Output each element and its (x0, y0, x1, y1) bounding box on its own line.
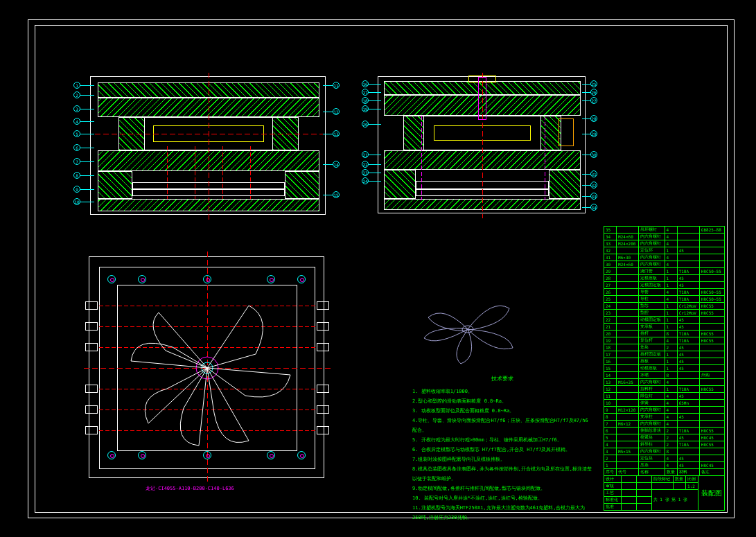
callout-r5: 15 (333, 191, 340, 198)
note-4: 4.导柱、导套、滑块导向面按滑配合H7/f6；压块、压条按滑配合H7/f7及H7… (412, 416, 592, 435)
note-8: 8.模具总装图模具备注表图样,并为各件按部件别,开合模方向及所在位置,标注清楚以… (412, 464, 592, 484)
bom-h3: 名称 (639, 469, 665, 476)
note-2: 2.型心和型腔的滑动表面粗糙度 0.8~Ra。 (412, 396, 592, 406)
callout-3: 3 (73, 105, 80, 112)
callout-2: 2 (73, 91, 80, 98)
note-5: 5. 开模行程为最大时行程>80mm；导柱、镶件采用机械加工H7/f6。 (412, 435, 592, 445)
bom-row: 15动模座板145 (604, 365, 725, 372)
bom-row: 24型芯1Cr12MoVHRC55 (604, 303, 725, 310)
bom-row: 2定位块445 (604, 455, 725, 462)
note-11: 11.注塑机型号为海天HTF250X1,允许最大注塑克数为461克塑料,合模力最… (412, 503, 592, 522)
tb-tech: 工艺 (604, 490, 622, 497)
tb-design: 设计 (604, 476, 622, 483)
callout-8: 8 (73, 172, 80, 179)
callout-trr2: 26 (590, 89, 597, 96)
note-1: 1. 塑料收缩率取1/1000。 (412, 387, 592, 396)
bom-row: 6侧抽芯滑块2T10AHRC55 (604, 428, 725, 434)
callout-tr2: 17 (362, 89, 369, 96)
bom-row: 13M16×35内六角螺钉4 (604, 379, 725, 386)
callout-10: 10 (73, 198, 80, 205)
bom-row: 18垫块245 (604, 344, 725, 351)
product-iso-view (416, 291, 520, 367)
bom-row: 19复位杆4T10AHRC55 (604, 337, 725, 344)
bom-row: 16推板145 (604, 358, 725, 365)
bom-row: 4斜导柱2T10AHRC55 (604, 441, 725, 448)
bom-row: 3M5×15内六角螺钉8 (604, 448, 725, 455)
tb-stage: 阶段标记 (651, 476, 673, 483)
callout-r3: 13 (333, 130, 340, 137)
title-box: 设计 阶段标记 数量 比例 装配图 审核 1:2 工艺 共 1 张 第 1 张 … (604, 475, 725, 511)
bom-row: 32定位环145 (604, 247, 725, 254)
callout-tr4: 19 (362, 105, 369, 112)
callout-tr1: 16 (362, 80, 369, 87)
callout-r2: 12 (333, 108, 340, 115)
bom-row: 26导套4T10AHRC50~55 (604, 289, 725, 296)
bom-row: 8支承柱445 (604, 414, 725, 421)
callout-r4: 14 (333, 161, 340, 168)
bom-row: 23型腔1Cr12MoVHRC55 (604, 310, 725, 317)
callout-trr7: 31 (590, 170, 597, 177)
notes-title: 技术要求 (412, 374, 592, 384)
bom-row: 14水嘴8外购 (604, 372, 725, 379)
bom-row: 33M24×200内六角螺钉4 (604, 240, 725, 247)
tb-qty: 数量 (673, 476, 685, 483)
note-3: 3. 动模板型面部位及配合面粗糙度 0.8~Ra。 (412, 406, 592, 416)
callout-5: 5 (73, 130, 80, 137)
bom-table: 35吊环螺钉4GB825-8834M24×60内六角螺钉433M24×200内六… (604, 226, 725, 476)
callout-4: 4 (73, 118, 80, 125)
bom-row: 9M12×120内六角螺钉4 (604, 407, 725, 414)
callout-trr8: 32 (590, 182, 597, 188)
callout-tr7: 22 (362, 161, 369, 168)
tb-approve: 批准 (604, 504, 622, 511)
callout-tr5: 20 (362, 121, 369, 127)
drawing-title: 装配图 (698, 476, 725, 511)
callout-trr6: 30 (590, 151, 597, 158)
plan-view (89, 256, 324, 478)
callout-r1: 11 (333, 82, 340, 89)
moldbase-callout: 龙记-CI4055-A110-B200-C140-L636 (146, 485, 234, 492)
note-6: 6. 合模后定模型芯与动模型芯 H7/f7配合,开合及 H7/f7及其开模精。 (412, 445, 592, 455)
callout-tr9: 24 (362, 177, 369, 184)
bom-row: 1压条445HRC45 (604, 462, 725, 469)
note-7: 7.组装时须按图样配磨导向孔及模板推板。 (412, 455, 592, 464)
bom-row: 21支承板145 (604, 324, 725, 331)
title-block: 35吊环螺钉4GB825-8834M24×60内六角螺钉433M24×200内六… (604, 226, 725, 511)
tb-scale: 比例 (686, 476, 698, 483)
callout-6: 6 (73, 144, 80, 151)
callout-tr8: 23 (362, 169, 369, 176)
bom-row: 31M6×30内六角螺钉4 (604, 254, 725, 261)
bom-row: 29浇口套1T10AHRC50~55 (604, 268, 725, 275)
callout-trr4: 28 (590, 115, 597, 122)
bom-row: 7M6×12内六角螺钉4 (604, 421, 725, 428)
bom-row: 27定模固定板145 (604, 282, 725, 289)
bom-row: 34M24×60内六角螺钉4 (604, 234, 725, 240)
callout-trr1: 25 (590, 80, 597, 87)
bom-row: 22动模固定板145 (604, 317, 725, 324)
bom-h2: 代号 (617, 469, 639, 476)
callout-tr3: 18 (362, 97, 369, 104)
bom-row: 11限位钉445 (604, 393, 725, 400)
bom-row: 10弹簧465Mn (604, 400, 725, 407)
callout-1: 1 (73, 82, 80, 89)
bom-row: 12拉料杆1T10AHRC55 (604, 386, 725, 393)
bom-row: 30M24×60内六角螺钉4 (604, 261, 725, 268)
tb-std: 标准化 (604, 497, 622, 504)
section-view-left (90, 76, 326, 215)
bom-row: 28定模座板145 (604, 275, 725, 282)
callout-9: 9 (73, 186, 80, 193)
bom-row: 17推杆固定板145 (604, 351, 725, 358)
bom-row: 35吊环螺钉4GB825-88 (604, 227, 725, 234)
callout-tr6: 21 (362, 151, 369, 158)
bom-h4: 数量 (665, 469, 677, 476)
section-view-right (378, 76, 586, 213)
bom-h1: 序号 (604, 469, 617, 476)
callout-7: 7 (73, 158, 80, 165)
callout-trr5: 29 (590, 130, 597, 137)
bom-h7: 备注 (699, 469, 724, 476)
bom-row: 20推杆8T10AHRC55 (604, 331, 725, 337)
callout-trr10: 34 (590, 204, 597, 211)
tb-sheet: 共 1 张 第 1 张 (651, 490, 698, 511)
tb-scalev: 1:2 (686, 483, 698, 490)
bom-row: 25导柱4T10AHRC50~55 (604, 296, 725, 303)
tb-review: 审核 (604, 483, 622, 490)
